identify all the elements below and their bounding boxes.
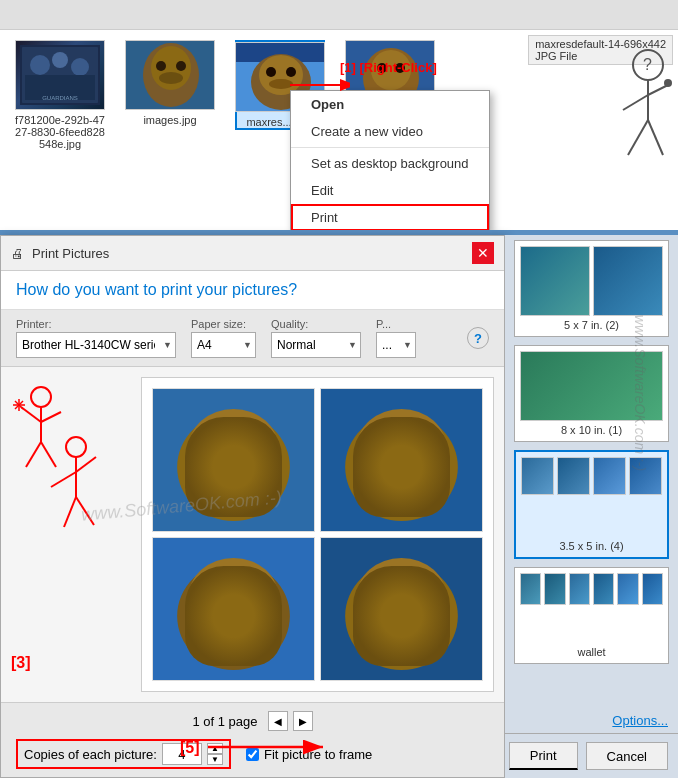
svg-text:?: ?: [643, 56, 652, 73]
stick-figures-left: [1, 367, 131, 617]
thumb-option-3x5-label: 3.5 x 5 in. (4): [521, 540, 662, 552]
context-menu-separator: [291, 147, 489, 148]
paper-size-group: Paper size: A4: [191, 318, 256, 358]
file-item-1[interactable]: GUARDIANS f781200e-292b-4727-8830-6feed8…: [15, 40, 105, 150]
svg-point-35: [31, 387, 51, 407]
context-menu-desktop[interactable]: Set as desktop background: [291, 150, 489, 177]
svg-line-32: [628, 120, 648, 155]
dialog-buttons: Print Cancel: [505, 733, 678, 778]
thumb-option-wallet-preview: [520, 573, 663, 643]
thumb-mini-3: [520, 351, 663, 421]
thumb-mini-11: [593, 573, 614, 605]
thumb-option-3x5-preview: [521, 457, 662, 537]
file-label-1: f781200e-292b-4727-8830-6feed828548e.jpg: [15, 114, 105, 150]
right-panel-scroll[interactable]: 5 x 7 in. (2) 8 x 10 in. (1) [4]: [505, 235, 678, 708]
preview-image-4: [320, 537, 483, 681]
svg-point-2: [30, 55, 50, 75]
thumb-mini-5: [557, 457, 590, 495]
dialog-title: 🖨 Print Pictures: [11, 246, 109, 261]
quality-select[interactable]: Normal: [271, 332, 361, 358]
extra-select[interactable]: ...: [376, 332, 416, 358]
printer-select[interactable]: Brother HL-3140CW series Printer: [16, 332, 176, 358]
context-menu-edit[interactable]: Edit: [291, 177, 489, 204]
svg-point-53: [188, 409, 278, 489]
svg-line-39: [26, 442, 41, 467]
svg-point-64: [188, 558, 278, 638]
svg-text:GUARDIANS: GUARDIANS: [42, 95, 78, 101]
thumb-mini-7: [629, 457, 662, 495]
thumb-mini-13: [642, 573, 663, 605]
svg-line-50: [76, 497, 94, 525]
svg-point-11: [176, 61, 186, 71]
svg-point-54: [204, 432, 225, 453]
file-thumbnail-2: [125, 40, 215, 110]
svg-line-33: [648, 120, 663, 155]
thumb-option-wallet[interactable]: wallet: [514, 567, 669, 664]
options-link[interactable]: Options...: [612, 713, 668, 728]
extra-label: P...: [376, 318, 416, 330]
paper-size-select[interactable]: A4: [191, 332, 256, 358]
printer-settings: Printer: Brother HL-3140CW series Printe…: [1, 310, 504, 367]
next-page-button[interactable]: ▶: [293, 711, 313, 731]
svg-line-48: [76, 457, 96, 472]
annotation-right-click: [1] [Right-Click]: [340, 60, 437, 75]
left-annotation: [3]: [1, 367, 131, 702]
context-menu-print[interactable]: Print: [291, 204, 489, 230]
movie-thumbnail-svg: GUARDIANS: [20, 45, 100, 105]
svg-line-40: [41, 442, 56, 467]
dialog-close-button[interactable]: ✕: [472, 242, 494, 264]
cancel-button[interactable]: Cancel: [586, 742, 668, 770]
svg-point-63: [177, 562, 290, 670]
stick-figure-right: ?: [593, 45, 673, 178]
preview-image-3: [152, 537, 315, 681]
thumb-mini-12: [617, 573, 638, 605]
svg-point-72: [410, 581, 431, 602]
thumb-option-8x10-preview: [520, 351, 663, 421]
thumb-option-8x10[interactable]: 8 x 10 in. (1): [514, 345, 669, 442]
thumb-option-5x7-label: 5 x 7 in. (2): [520, 319, 663, 331]
extra-setting-group: P... ...: [376, 318, 416, 358]
images-thumbnail-svg: [126, 40, 214, 110]
thumb-mini-2: [593, 246, 663, 316]
paper-size-label: Paper size:: [191, 318, 256, 330]
print-button[interactable]: Print: [509, 742, 578, 770]
svg-line-31: [648, 85, 668, 95]
file-item-2[interactable]: images.jpg: [125, 40, 215, 126]
svg-point-61: [410, 432, 431, 453]
print-icon: 🖨: [11, 246, 24, 261]
dialog-titlebar: 🖨 Print Pictures ✕: [1, 236, 504, 271]
svg-point-55: [242, 432, 263, 453]
explorer-toolbar: [0, 0, 678, 30]
svg-point-60: [372, 432, 393, 453]
svg-line-30: [623, 95, 648, 110]
right-panel-footer: Options...: [505, 708, 678, 733]
svg-line-47: [51, 472, 76, 487]
printer-label: Printer:: [16, 318, 176, 330]
thumb-mini-8: [520, 573, 541, 605]
svg-point-71: [372, 581, 393, 602]
thumb-option-8x10-label: 8 x 10 in. (1): [520, 424, 663, 436]
thumb-mini-10: [569, 573, 590, 605]
dialog-question: How do you want to print your pictures?: [16, 281, 489, 299]
thumb-option-3x5[interactable]: [4] 3.5 x 5 in. (4): [514, 450, 669, 559]
dialog-header: How do you want to print your pictures?: [1, 271, 504, 310]
context-menu-new-video[interactable]: Create a new video: [291, 118, 489, 145]
svg-point-65: [204, 581, 225, 602]
quality-group: Quality: Normal: [271, 318, 361, 358]
help-button[interactable]: ?: [467, 327, 489, 349]
svg-point-58: [345, 413, 458, 521]
thumb-option-5x7[interactable]: 5 x 7 in. (2): [514, 240, 669, 337]
arrow-5-svg: [208, 735, 328, 760]
svg-point-45: [66, 437, 86, 457]
svg-point-17: [266, 67, 276, 77]
file-thumbnail-1: GUARDIANS: [15, 40, 105, 110]
svg-point-59: [356, 409, 446, 489]
page-navigation: 1 of 1 page ◀ ▶: [16, 711, 489, 731]
prev-page-button[interactable]: ◀: [268, 711, 288, 731]
svg-point-10: [156, 61, 166, 71]
dialog-content: [3]: [1, 367, 504, 702]
annotation-print: [2]: [330, 226, 346, 230]
copies-label: Copies of each picture:: [24, 747, 157, 762]
file-label-2: images.jpg: [143, 114, 196, 126]
print-dialog: www.SoftwareOK.com :-) 🖨 Print Pictures …: [0, 235, 505, 778]
